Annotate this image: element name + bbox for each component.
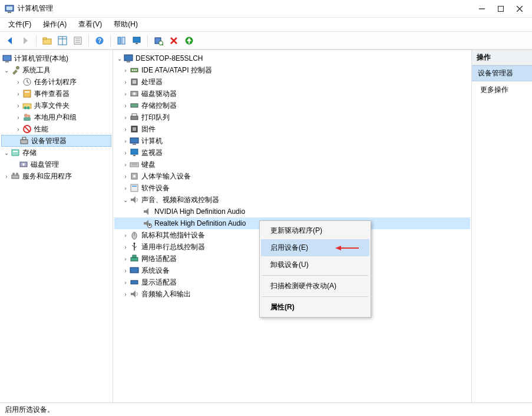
chevron-right-icon[interactable]: › <box>121 268 130 274</box>
properties-icon[interactable] <box>71 34 84 47</box>
tree-label: 键盘 <box>141 160 156 170</box>
tree-disk-mgmt[interactable]: 磁盘管理 <box>1 159 111 170</box>
chevron-right-icon[interactable]: › <box>121 126 130 133</box>
tree-label: 处理器 <box>141 77 163 87</box>
device-sound[interactable]: ⌄ 声音、视频和游戏控制器 <box>114 194 470 206</box>
chevron-right-icon[interactable]: › <box>14 103 22 109</box>
device-storage-ctrl[interactable]: › 存储控制器 <box>114 100 470 111</box>
chevron-right-icon[interactable]: › <box>121 79 130 85</box>
show-console-icon[interactable] <box>56 34 69 47</box>
keyboard-icon <box>130 160 139 169</box>
ctx-update-driver[interactable]: 更新驱动程序(P) <box>261 222 369 239</box>
chevron-down-icon[interactable]: ⌄ <box>2 67 11 74</box>
minimize-button[interactable] <box>478 5 486 13</box>
disable-icon[interactable] <box>167 34 180 47</box>
chevron-right-icon[interactable]: › <box>14 114 22 121</box>
tree-storage[interactable]: ⌄ 存储 <box>1 147 111 159</box>
up-folder-icon[interactable] <box>41 34 54 47</box>
scan-hardware-icon[interactable] <box>152 34 165 47</box>
toolbar-separator <box>147 35 148 47</box>
clock-icon <box>22 77 32 87</box>
chevron-right-icon[interactable]: › <box>121 114 130 121</box>
ctx-uninstall[interactable]: 卸载设备(U) <box>261 256 369 273</box>
svg-rect-1 <box>6 6 12 10</box>
svg-rect-81 <box>132 186 137 187</box>
svg-line-46 <box>25 127 29 131</box>
tree-task-scheduler[interactable]: › 任务计划程序 <box>1 76 111 88</box>
tree-device-manager[interactable]: 设备管理器 <box>1 135 111 147</box>
left-panel: 计算机管理(本地) ⌄ 系统工具 › 任务计划程序 › 事件查看器 › 共享文件… <box>0 50 113 402</box>
menu-file[interactable]: 文件(F) <box>4 18 36 31</box>
chevron-right-icon[interactable]: › <box>14 79 22 85</box>
device-computer[interactable]: ⌄ DESKTOP-8E5SLCH <box>114 52 470 64</box>
tree-label: 固件 <box>141 124 156 134</box>
chevron-right-icon[interactable]: › <box>14 91 22 97</box>
device-computers[interactable]: › 计算机 <box>114 135 470 147</box>
actions-selected[interactable]: 设备管理器 <box>472 65 532 81</box>
tree-label: 声音、视频和游戏控制器 <box>141 195 219 205</box>
window-controls <box>478 5 527 13</box>
chevron-right-icon[interactable]: › <box>121 279 130 286</box>
tree-shared-folders[interactable]: › 共享文件夹 <box>1 100 111 111</box>
tree-system-tools[interactable]: ⌄ 系统工具 <box>1 64 111 76</box>
chevron-right-icon[interactable]: › <box>2 173 11 180</box>
chevron-right-icon[interactable]: › <box>121 150 130 156</box>
menu-view[interactable]: 查看(V) <box>74 18 107 31</box>
chevron-right-icon[interactable]: › <box>121 256 130 262</box>
close-button[interactable] <box>516 5 524 13</box>
chevron-right-icon[interactable]: › <box>121 138 130 144</box>
tree-services[interactable]: › 服务和应用程序 <box>1 170 111 182</box>
help-icon[interactable]: ? <box>93 34 106 47</box>
network-icon <box>130 254 139 263</box>
device-print[interactable]: › 打印队列 <box>114 111 470 123</box>
chevron-down-icon[interactable]: ⌄ <box>121 197 130 203</box>
chevron-right-icon[interactable]: › <box>121 91 130 97</box>
device-nvidia-audio[interactable]: NVIDIA High Definition Audio <box>114 206 470 217</box>
svg-rect-66 <box>131 104 138 107</box>
menu-action[interactable]: 操作(A) <box>38 18 71 31</box>
svg-rect-59 <box>132 70 133 71</box>
menu-help[interactable]: 帮助(H) <box>109 18 143 31</box>
chevron-right-icon[interactable]: › <box>121 232 130 239</box>
tree-performance[interactable]: › 性能 <box>1 123 111 135</box>
device-cpu[interactable]: › 处理器 <box>114 76 470 88</box>
ctx-enable-device[interactable]: 启用设备(E) <box>261 239 369 256</box>
svg-rect-31 <box>3 55 11 61</box>
chevron-down-icon[interactable]: ⌄ <box>115 55 124 62</box>
tree-root[interactable]: 计算机管理(本地) <box>1 52 111 64</box>
device-disk[interactable]: › 磁盘驱动器 <box>114 88 470 100</box>
device-ide[interactable]: › IDE ATA/ATAPI 控制器 <box>114 64 470 76</box>
monitor-icon[interactable] <box>130 34 143 47</box>
chevron-right-icon[interactable]: › <box>121 67 130 74</box>
ctx-properties[interactable]: 属性(R) <box>261 299 369 316</box>
svg-point-79 <box>133 175 136 177</box>
chevron-right-icon[interactable]: › <box>121 185 130 192</box>
shared-folder-icon <box>22 101 32 110</box>
back-button[interactable] <box>4 34 16 47</box>
device-keyboard[interactable]: › 键盘 <box>114 159 470 170</box>
tree-local-users[interactable]: › 本地用户和组 <box>1 111 111 123</box>
tree-label: 监视器 <box>141 148 163 158</box>
maximize-button[interactable] <box>497 5 505 13</box>
tree-event-viewer[interactable]: › 事件查看器 <box>1 88 111 100</box>
speaker-icon <box>143 207 152 216</box>
device-software[interactable]: › 软件设备 <box>114 182 470 194</box>
ctx-scan[interactable]: 扫描检测硬件改动(A) <box>261 278 369 295</box>
chevron-right-icon[interactable]: › <box>121 103 130 109</box>
device-firmware[interactable]: › 固件 <box>114 123 470 135</box>
more-actions[interactable]: 更多操作 <box>472 81 532 98</box>
ctx-separator <box>262 275 368 276</box>
forward-button[interactable] <box>19 34 32 47</box>
chevron-right-icon[interactable]: › <box>121 244 130 250</box>
svg-rect-67 <box>131 116 138 120</box>
view-icon[interactable] <box>115 34 128 47</box>
chevron-right-icon[interactable]: › <box>14 126 22 133</box>
chevron-right-icon[interactable]: › <box>121 173 130 180</box>
device-monitor[interactable]: › 监视器 <box>114 147 470 159</box>
chevron-right-icon[interactable]: › <box>121 161 130 168</box>
chevron-down-icon[interactable]: ⌄ <box>2 150 11 156</box>
enable-icon[interactable] <box>183 34 196 47</box>
device-hid[interactable]: › 人体学输入设备 <box>114 170 470 182</box>
svg-marker-7 <box>8 37 12 44</box>
chevron-right-icon[interactable]: › <box>121 291 130 298</box>
